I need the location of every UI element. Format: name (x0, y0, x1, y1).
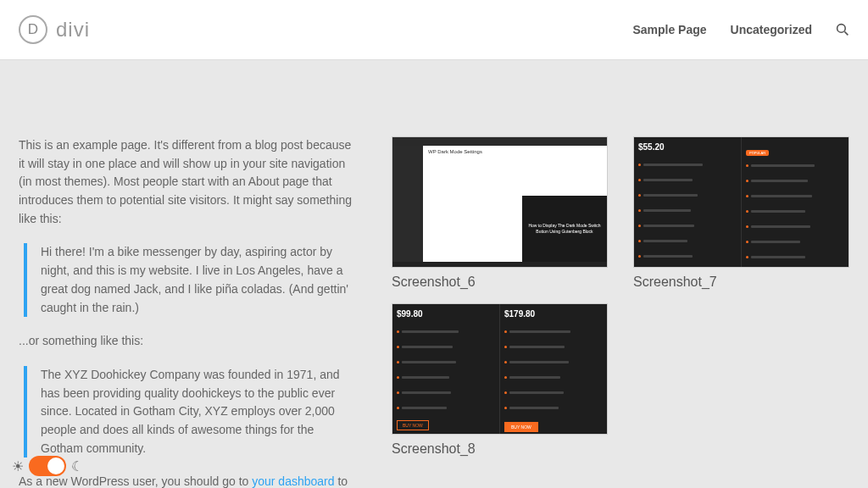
moon-icon: ☾ (71, 458, 83, 474)
ss6-box-text: How to Display The Dark Mode Switch Butt… (522, 223, 607, 235)
screenshot-8-thumb[interactable]: $99.80 BUY NOW $179.80 (392, 303, 608, 435)
dark-mode-toggle[interactable] (29, 456, 66, 476)
svg-line-1 (844, 31, 848, 35)
thumb-label: Screenshot_8 (392, 441, 608, 457)
quote-2: The XYZ Doohickey Company was founded in… (24, 366, 358, 458)
ss8-buy-btn-a: BUY NOW (397, 420, 429, 430)
thumb-label: Screenshot_6 (392, 274, 608, 290)
toggle-knob (47, 458, 64, 474)
dark-mode-toggle-wrap: ☀ ☾ (12, 456, 83, 476)
sun-icon: ☀ (12, 458, 24, 474)
dashboard-link[interactable]: your dashboard (252, 474, 334, 488)
screenshot-6-thumb[interactable]: WP Dark Mode Settings How to Display The… (392, 136, 608, 268)
svg-point-0 (837, 25, 846, 33)
ss6-title: WP Dark Mode Settings (423, 146, 607, 158)
outro-before: As a new WordPress user, you should go t… (19, 474, 252, 488)
gallery-item: WP Dark Mode Settings How to Display The… (392, 136, 608, 290)
search-icon[interactable] (836, 23, 849, 36)
ss8-price-a: $99.80 (397, 309, 495, 319)
screenshot-gallery: WP Dark Mode Settings How to Display The… (392, 136, 849, 488)
gallery-item: $55.20 BUY NOW POPULAR (633, 136, 849, 290)
ss7-price: $55.20 (638, 142, 737, 152)
primary-nav: Sample Page Uncategorized (632, 23, 849, 36)
nav-uncategorized[interactable]: Uncategorized (731, 23, 812, 36)
intro-paragraph: This is an example page. It's different … (19, 136, 358, 228)
middle-paragraph: ...or something like this: (19, 332, 358, 351)
gallery-item: $99.80 BUY NOW $179.80 (392, 303, 608, 457)
site-header: D divi Sample Page Uncategorized (0, 0, 868, 60)
nav-sample-page[interactable]: Sample Page (632, 23, 706, 36)
thumb-label: Screenshot_7 (633, 274, 849, 290)
quote-1: Hi there! I'm a bike messenger by day, a… (24, 243, 358, 317)
logo-text: divi (56, 18, 90, 42)
ss8-buy-btn-b: BUY NOW (504, 422, 538, 432)
screenshot-7-thumb[interactable]: $55.20 BUY NOW POPULAR (633, 136, 849, 268)
site-logo[interactable]: D divi (19, 15, 90, 44)
ss8-price-b: $179.80 (504, 309, 603, 319)
page-content: This is an example page. It's different … (2, 60, 866, 488)
logo-mark: D (19, 15, 47, 44)
article-body: This is an example page. It's different … (19, 136, 358, 488)
